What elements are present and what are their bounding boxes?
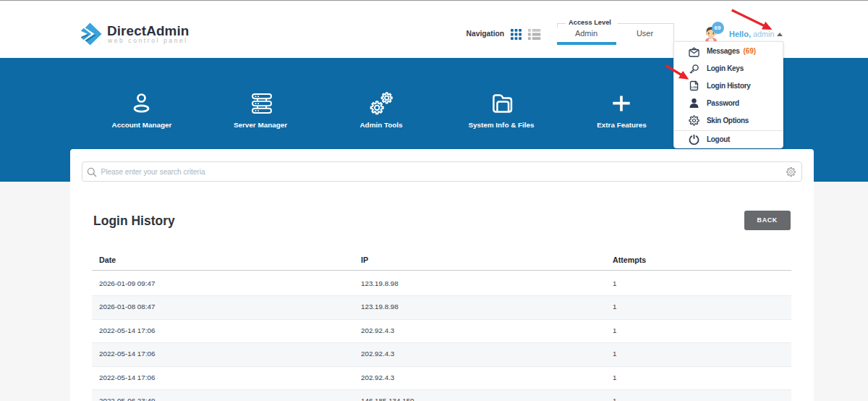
svg-text:LOG: LOG bbox=[692, 86, 697, 89]
